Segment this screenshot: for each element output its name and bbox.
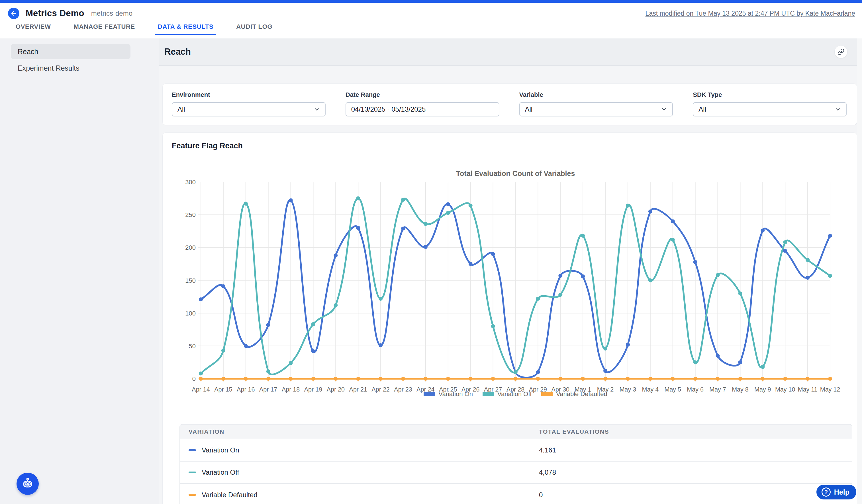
filter-value: All (698, 105, 706, 113)
vertical-scrollbar[interactable] (857, 3, 862, 504)
column-header-total-evaluations: TOTAL EVALUATIONS (539, 428, 852, 435)
data-point-variable-defaulted (423, 377, 428, 381)
total-evaluations-value: 4,161 (539, 446, 852, 454)
data-point-variable-defaulted (783, 377, 787, 381)
variation-name: Variable Defaulted (202, 491, 258, 499)
data-point-variation-on (266, 323, 270, 327)
data-point-variation-on (244, 344, 248, 348)
total-evaluations-value: 4,078 (539, 468, 852, 476)
back-button[interactable] (8, 8, 19, 19)
data-point-variable-defaulted (671, 377, 675, 381)
data-point-variation-off (199, 372, 203, 375)
data-point-variation-on (603, 369, 607, 373)
data-point-variable-defaulted (311, 377, 315, 381)
data-point-variation-off (761, 365, 765, 369)
data-point-variation-off (558, 293, 562, 297)
data-point-variable-defaulted (514, 377, 518, 381)
data-point-variable-defaulted (716, 377, 720, 381)
data-point-variation-on (738, 360, 742, 364)
y-axis-tick-label: 0 (192, 375, 196, 382)
data-point-variation-on (446, 202, 450, 206)
last-modified-link[interactable]: Last modified on Tue May 13 2025 at 2:47… (645, 10, 855, 17)
data-point-variation-on (648, 210, 652, 214)
filter-select-variable[interactable]: All (519, 102, 673, 117)
variation-table: VARIATION TOTAL EVALUATIONS Variation On… (180, 424, 852, 504)
chart-card-title: Feature Flag Reach (172, 142, 857, 150)
chevron-down-icon (835, 106, 841, 112)
variation-name: Variation On (202, 446, 239, 454)
feature-tabs: OVERVIEWMANAGE FEATUREDATA & RESULTSAUDI… (0, 21, 862, 35)
data-point-variable-defaulted (693, 377, 697, 381)
data-point-variation-on (491, 252, 495, 256)
series-color-dash (188, 472, 196, 473)
filter-label: SDK Type (693, 91, 847, 98)
legend-item-variable-defaulted[interactable]: Variable Defaulted (541, 390, 607, 398)
copy-link-button[interactable] (835, 45, 847, 58)
y-axis-tick-label: 150 (185, 277, 196, 284)
data-point-variation-on (806, 276, 810, 280)
tab-manage-feature[interactable]: MANAGE FEATURE (74, 23, 135, 35)
help-button[interactable]: ? Help (817, 485, 856, 500)
data-point-variable-defaulted (401, 377, 405, 381)
date-range-input[interactable]: 04/13/2025 - 05/13/2025 (345, 102, 499, 117)
tab-audit-log[interactable]: AUDIT LOG (236, 23, 272, 35)
data-point-variable-defaulted (558, 377, 562, 381)
data-point-variation-off (221, 348, 225, 353)
chevron-down-icon (661, 106, 667, 112)
app-header: Metrics Demo metrics-demo Last modified … (0, 3, 862, 38)
chart-legend: Variation OnVariation OffVariable Defaul… (201, 390, 830, 398)
table-row-variable-defaulted: Variable Defaulted0 (180, 484, 852, 504)
data-point-variation-on (536, 370, 540, 374)
y-axis-tick-label: 50 (189, 343, 196, 350)
data-point-variation-on (671, 219, 675, 223)
variation-name: Variation Off (202, 468, 239, 476)
filter-label: Date Range (345, 91, 499, 98)
arrow-left-icon (10, 10, 17, 17)
main-panel: Reach EnvironmentAllDate Range04/13/2025… (159, 38, 862, 504)
data-point-variation-on (581, 275, 585, 278)
data-point-variation-off (423, 222, 428, 226)
filter-select-sdk-type[interactable]: All (693, 102, 847, 117)
data-point-variation-on (783, 249, 787, 253)
reach-line-chart[interactable]: Total Evaluation Count of Variables05010… (163, 155, 856, 406)
y-axis-tick-label: 300 (185, 178, 196, 186)
data-point-variation-off (379, 297, 382, 301)
question-icon: ? (822, 488, 831, 496)
sidebar-item-experiment-results[interactable]: Experiment Results (11, 61, 130, 76)
data-point-variation-on (469, 262, 473, 266)
legend-item-variation-on[interactable]: Variation On (423, 390, 473, 398)
filter-value: All (525, 105, 533, 113)
legend-item-variation-off[interactable]: Variation Off (483, 390, 532, 398)
data-point-variation-off (671, 238, 675, 242)
tab-data-results[interactable]: DATA & RESULTS (158, 23, 213, 35)
feature-title: Metrics Demo (26, 8, 84, 18)
filter-group-environment: EnvironmentAll (172, 91, 326, 125)
section-title: Reach (165, 47, 835, 57)
data-point-variation-on (401, 227, 405, 231)
data-point-variable-defaulted (266, 377, 270, 381)
table-row-variation-on: Variation On4,161 (180, 439, 852, 462)
legend-swatch (483, 392, 494, 396)
sidebar-item-reach[interactable]: Reach (11, 44, 130, 59)
data-point-variable-defaulted (469, 377, 473, 381)
data-point-variable-defaulted (626, 377, 630, 381)
filter-select-environment[interactable]: All (172, 102, 326, 117)
y-axis-tick-label: 200 (185, 244, 196, 251)
data-point-variable-defaulted (491, 377, 495, 381)
data-point-variation-off (536, 297, 540, 301)
assistant-button[interactable] (16, 473, 39, 495)
data-point-variation-off (806, 258, 810, 262)
section-header: Reach (159, 38, 857, 66)
data-point-variation-off (334, 303, 338, 307)
data-point-variation-off (446, 211, 450, 215)
series-color-dash (188, 449, 196, 451)
data-point-variation-on (289, 198, 293, 202)
series-color-dash (188, 494, 196, 496)
data-point-variable-defaulted (379, 377, 382, 381)
data-point-variable-defaulted (806, 377, 810, 381)
data-point-variation-off (603, 346, 607, 350)
y-axis-tick-label: 250 (185, 211, 196, 218)
data-point-variation-off (514, 370, 518, 374)
chart-title: Total Evaluation Count of Variables (456, 169, 575, 177)
tab-overview[interactable]: OVERVIEW (16, 23, 51, 35)
